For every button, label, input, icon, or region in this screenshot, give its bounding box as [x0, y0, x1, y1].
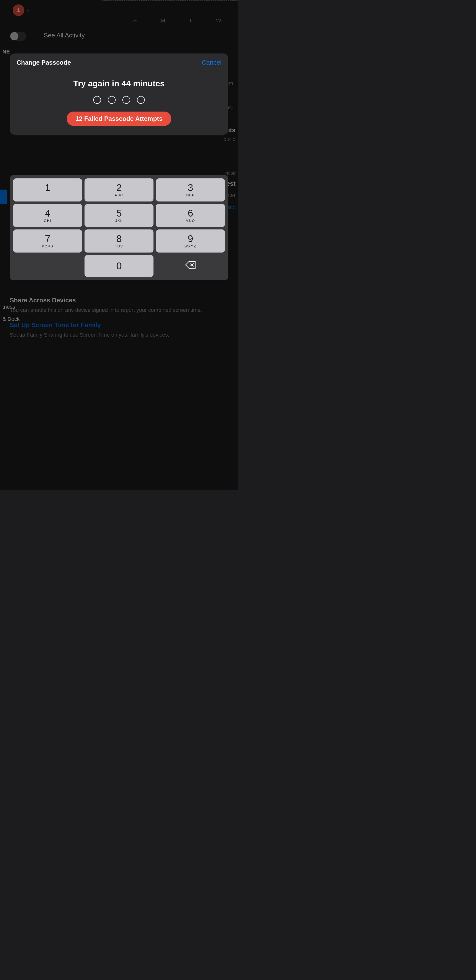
numpad-digit-9: 9 — [188, 234, 193, 243]
numpad-key-2[interactable]: 2 ABC — [84, 178, 154, 202]
numpad-digit-6: 6 — [188, 208, 193, 218]
numpad-digit-4: 4 — [45, 208, 50, 218]
failed-attempts-badge: 12 Failed Passcode Attempts — [67, 111, 171, 126]
numpad-letters-3: DEF — [186, 193, 195, 197]
modal-title: Change Passcode — [16, 59, 71, 66]
passcode-dot-4 — [137, 96, 145, 104]
numpad-digit-7: 7 — [45, 234, 50, 243]
passcode-dot-1 — [93, 96, 101, 104]
numpad-letters-5: JKL — [115, 219, 123, 223]
numpad-letters-1 — [47, 193, 48, 197]
numpad-delete-key[interactable] — [156, 255, 225, 277]
numpad-key-8[interactable]: 8 TUV — [84, 229, 154, 253]
numpad-letters-8: TUV — [115, 244, 123, 248]
numpad-key-3[interactable]: 3 DEF — [156, 178, 225, 202]
modal-body: Try again in 44 minutes 12 Failed Passco… — [10, 71, 228, 135]
modal-header: Change Passcode Cancel — [10, 54, 228, 71]
numpad-key-1[interactable]: 1 — [13, 178, 82, 202]
numpad-key-0[interactable]: 0 — [84, 255, 154, 277]
numpad-digit-3: 3 — [188, 183, 193, 192]
passcode-dots-container — [93, 96, 145, 104]
numpad-letters-6: MNO — [186, 219, 195, 223]
failed-attempts-text: 12 Failed Passcode Attempts — [76, 115, 163, 122]
numpad-key-9[interactable]: 9 WXYZ — [156, 229, 225, 253]
numpad-letters-4: GHI — [44, 219, 51, 223]
delete-icon — [184, 261, 196, 272]
numpad-empty-cell — [13, 255, 82, 277]
numpad-grid: 1 2 ABC 3 DEF 4 GHI 5 JKL 6 MNO 7 PQRS — [13, 178, 225, 253]
cancel-button[interactable]: Cancel — [202, 59, 222, 66]
passcode-dot-2 — [108, 96, 116, 104]
numpad-key-5[interactable]: 5 JKL — [84, 204, 154, 227]
numpad-letters-9: WXYZ — [184, 244, 196, 248]
numpad-digit-5: 5 — [116, 208, 122, 218]
numpad: 1 2 ABC 3 DEF 4 GHI 5 JKL 6 MNO 7 PQRS — [10, 175, 228, 280]
numpad-digit-8: 8 — [116, 234, 122, 243]
numpad-letters-2: ABC — [115, 193, 123, 197]
numpad-bottom-row: 0 — [13, 255, 225, 277]
numpad-key-6[interactable]: 6 MNO — [156, 204, 225, 227]
numpad-digit-1: 1 — [45, 183, 50, 192]
numpad-digit-2: 2 — [116, 183, 122, 192]
passcode-dot-3 — [122, 96, 130, 104]
numpad-key-7[interactable]: 7 PQRS — [13, 229, 82, 253]
try-again-message: Try again in 44 minutes — [73, 79, 165, 88]
numpad-letters-7: PQRS — [42, 244, 54, 248]
numpad-key-4[interactable]: 4 GHI — [13, 204, 82, 227]
numpad-digit-0: 0 — [116, 261, 122, 271]
change-passcode-modal: Change Passcode Cancel Try again in 44 m… — [10, 54, 228, 135]
